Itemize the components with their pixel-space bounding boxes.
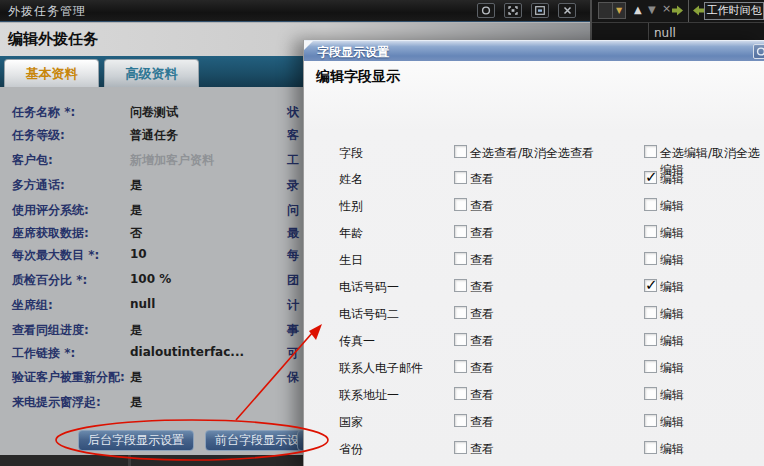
view-checkbox[interactable]: [454, 360, 467, 373]
column-header-worktime[interactable]: 工作时间包: [704, 2, 764, 20]
edit-label[interactable]: 编辑: [660, 225, 684, 242]
grid-dropdown[interactable]: ▼: [598, 2, 626, 19]
edit-label[interactable]: 编辑: [660, 198, 684, 215]
select-all-view-checkbox[interactable]: [454, 145, 467, 158]
main-window-title: 外拨任务管理: [8, 3, 86, 20]
view-label[interactable]: 查看: [470, 387, 494, 404]
tab-basic-info[interactable]: 基本资料: [4, 59, 99, 87]
field-label: 使用评分系统:: [12, 202, 89, 219]
field-label: 客户包:: [12, 152, 53, 169]
view-label[interactable]: 查看: [470, 279, 494, 296]
edit-label[interactable]: 编辑: [660, 360, 684, 377]
view-label[interactable]: 查看: [470, 414, 494, 431]
select-all-view-label[interactable]: 全选查看/取消全选查看: [470, 145, 594, 162]
maximize-icon[interactable]: [504, 3, 522, 18]
view-checkbox[interactable]: [454, 171, 467, 184]
edit-checkbox[interactable]: [644, 441, 657, 454]
right-column-label-cut: 可: [287, 345, 299, 362]
edit-label[interactable]: 编辑: [660, 252, 684, 269]
edit-label[interactable]: 编辑: [660, 387, 684, 404]
edit-label[interactable]: 编辑: [660, 333, 684, 350]
field-name: 省份: [339, 441, 363, 458]
backend-field-display-settings-button[interactable]: 后台字段显示设置: [78, 430, 194, 451]
minimize-window-icon[interactable]: [531, 3, 549, 18]
form-row: 验证客户被重新分配:是保: [0, 366, 303, 388]
field-row: 性别查看编辑: [304, 196, 764, 216]
view-checkbox[interactable]: [454, 387, 467, 400]
edit-checkbox[interactable]: [644, 198, 657, 211]
view-checkbox[interactable]: [454, 333, 467, 346]
view-checkbox[interactable]: [454, 441, 467, 454]
view-label[interactable]: 查看: [470, 198, 494, 215]
field-row: 生日查看编辑: [304, 250, 764, 270]
field-name: 国家: [339, 414, 363, 431]
edit-label[interactable]: 编辑: [660, 441, 684, 458]
toolbar-divider: [688, 0, 689, 22]
edit-label[interactable]: 编辑: [660, 279, 684, 296]
form-row: 使用评分系统:是问: [0, 199, 303, 221]
field-name: 电话号码一: [339, 279, 399, 296]
form-row: 客户包:新增加客户资料工: [0, 149, 303, 171]
right-column-label-cut: 事: [287, 322, 299, 339]
form-row: 坐席组:null计: [0, 294, 303, 316]
arrow-right-icon[interactable]: [672, 5, 684, 19]
field-row: 姓名查看编辑: [304, 169, 764, 189]
tab-advanced-info[interactable]: 高级资料: [104, 59, 199, 87]
field-row: 国家查看编辑: [304, 412, 764, 432]
right-column-label-cut: 计: [287, 297, 299, 314]
view-label[interactable]: 查看: [470, 360, 494, 377]
field-label: 任务名称 *:: [12, 104, 75, 121]
form-row: 多方通话:是录: [0, 174, 303, 196]
dialog-restore-icon[interactable]: [753, 44, 764, 59]
view-label[interactable]: 查看: [470, 225, 494, 242]
form-row: 每次最大数目 *:10每: [0, 244, 303, 266]
edit-checkbox[interactable]: [644, 414, 657, 427]
view-checkbox[interactable]: [454, 279, 467, 292]
field-label: 工作链接 *:: [12, 345, 75, 362]
edit-checkbox[interactable]: [644, 279, 657, 292]
field-row: 电话号码一查看编辑: [304, 277, 764, 297]
view-label[interactable]: 查看: [470, 333, 494, 350]
edit-checkbox[interactable]: [644, 333, 657, 346]
edit-checkbox[interactable]: [644, 387, 657, 400]
delete-icon[interactable]: ×: [662, 3, 671, 15]
field-value: 是: [130, 369, 142, 386]
form-row: 来电提示窗浮起:是: [0, 391, 303, 413]
move-up-icon[interactable]: ▲: [634, 4, 642, 16]
select-all-edit-checkbox[interactable]: [644, 145, 657, 158]
edit-checkbox[interactable]: [644, 360, 657, 373]
view-checkbox[interactable]: [454, 414, 467, 427]
edit-label[interactable]: 编辑: [660, 306, 684, 323]
field-row: 电话号码二查看编辑: [304, 304, 764, 324]
field-name: 联系地址一: [339, 387, 399, 404]
view-label[interactable]: 查看: [470, 441, 494, 458]
edit-checkbox[interactable]: [644, 306, 657, 319]
view-checkbox[interactable]: [454, 306, 467, 319]
view-label[interactable]: 查看: [470, 171, 494, 188]
right-column-label-cut: 每: [287, 247, 299, 264]
view-checkbox[interactable]: [454, 225, 467, 238]
dialog-titlebar: 字段显示设置: [304, 40, 764, 61]
view-checkbox[interactable]: [454, 198, 467, 211]
move-down-icon[interactable]: ▼: [648, 4, 656, 16]
edit-label[interactable]: 编辑: [660, 414, 684, 431]
form-row: 质检百分比 *:100 %团: [0, 269, 303, 291]
right-column-label-cut: 状: [287, 104, 299, 121]
view-checkbox[interactable]: [454, 252, 467, 265]
field-name: 性别: [339, 198, 363, 215]
edit-checkbox[interactable]: [644, 252, 657, 265]
field-value: 普通任务: [130, 127, 178, 144]
field-row: 省份查看编辑: [304, 439, 764, 459]
field-value: 是: [130, 322, 142, 339]
edit-checkbox[interactable]: [644, 225, 657, 238]
arrow-left-icon[interactable]: [692, 5, 704, 19]
close-icon[interactable]: [558, 3, 576, 18]
edit-checkbox[interactable]: [644, 171, 657, 184]
field-name: 传真一: [339, 333, 375, 350]
edit-label[interactable]: 编辑: [660, 171, 684, 188]
field-label: 来电提示窗浮起:: [12, 394, 101, 411]
restore-icon[interactable]: [477, 3, 495, 18]
view-label[interactable]: 查看: [470, 252, 494, 269]
form-row: 查看同组进度:是事: [0, 319, 303, 341]
view-label[interactable]: 查看: [470, 306, 494, 323]
